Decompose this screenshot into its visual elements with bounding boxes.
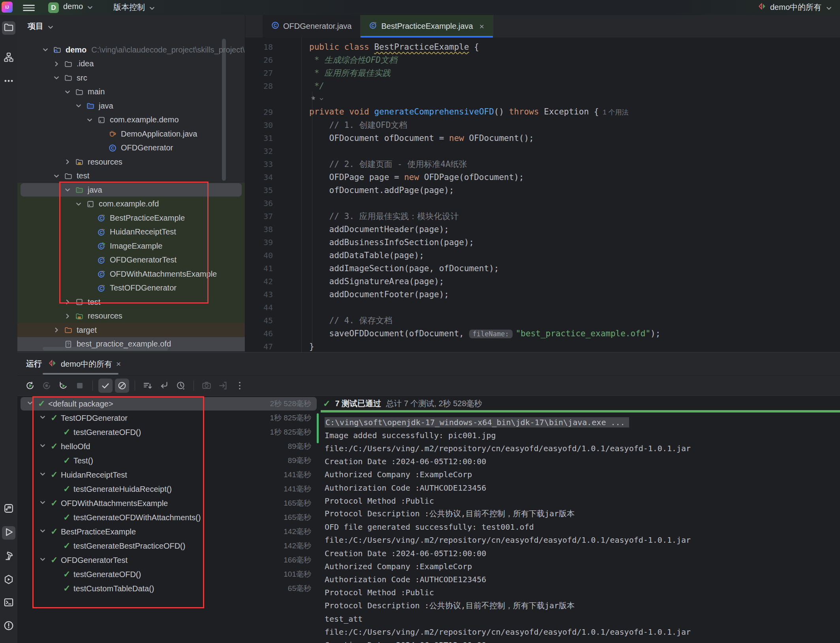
test-result-item-helloOfd[interactable]: ✓helloOfd89毫秒	[17, 439, 320, 454]
run-panel-title[interactable]: 运行	[26, 358, 42, 369]
test-result-item-testGenerateBestPracticeOFD[interactable]: ✓testGenerateBestPracticeOFD()142毫秒	[17, 539, 320, 553]
build-tool-window-button[interactable]	[2, 550, 15, 563]
test-result-item-testGenerateOFD[interactable]: ✓testGenerateOFD()101毫秒	[17, 567, 320, 581]
test-result-item-testGenerateOFDWithAttachments[interactable]: ✓testGenerateOFDWithAttachments()165毫秒	[17, 510, 320, 525]
chevron-down-icon[interactable]	[39, 44, 51, 56]
check-button[interactable]	[98, 379, 113, 393]
chevron-down-icon[interactable]	[73, 198, 85, 210]
editor-tab-BestPracticeExample.java[interactable]: CBestPracticeExample.java×	[361, 15, 493, 37]
chevron-down-icon[interactable]	[39, 499, 47, 508]
main-menu-icon[interactable]	[23, 3, 35, 12]
test-result-item-defaultpackage[interactable]: ✓<default package>2秒 528毫秒	[17, 397, 320, 411]
chevron-right-icon[interactable]	[51, 58, 62, 70]
project-tree-item-main[interactable]: main	[17, 85, 245, 99]
run-tab-demo[interactable]: demo中的所有 ×	[43, 352, 126, 375]
close-icon[interactable]: ×	[479, 22, 484, 31]
scroll-end-button[interactable]	[157, 379, 171, 393]
console-line: Protocol Method :Public	[325, 586, 434, 599]
more-button[interactable]	[233, 379, 247, 393]
test-result-item-OFDWithAttachmentsExample[interactable]: ✓OFDWithAttachmentsExample165毫秒	[17, 496, 320, 510]
project-tree-item-resources[interactable]: resources	[17, 155, 245, 169]
project-tree-item-TestOFDGenerator[interactable]: CTestOFDGenerator	[17, 281, 245, 295]
project-tree-item-com.example.demo[interactable]: com.example.demo	[17, 113, 245, 127]
project-tree-item-test[interactable]: test	[17, 169, 245, 183]
vcs-menu[interactable]: 版本控制	[113, 2, 154, 13]
project-tool-window-button[interactable]	[2, 21, 15, 35]
test-result-item-HuidanReceiptTest[interactable]: ✓HuidanReceiptTest141毫秒	[17, 468, 320, 482]
chevron-down-icon[interactable]	[51, 170, 62, 182]
chevron-down-icon[interactable]	[26, 399, 34, 409]
project-tree-item-HuidanReceiptTest[interactable]: CHuidanReceiptTest	[17, 225, 245, 239]
project-tree-item-OFDGenerator[interactable]: COFDGenerator	[17, 141, 245, 155]
project-tree-item-.idea[interactable]: .idea	[17, 57, 245, 71]
svg-text:C: C	[100, 272, 103, 277]
problems-tool-window-button[interactable]	[2, 620, 15, 633]
left-tool-window-strip	[0, 15, 18, 643]
test-passed-icon: ✓	[63, 583, 70, 594]
rerun-button[interactable]	[23, 379, 37, 393]
project-badge[interactable]: D	[48, 2, 59, 13]
usages-inlay-hint: 1 个用法	[603, 109, 628, 116]
test-result-item-testGenerateHuidaReceipt[interactable]: ✓testGenerateHuidaReceipt()141毫秒	[17, 482, 320, 496]
test-result-item-testGenerateOFD[interactable]: ✓testGenerateOFD()1秒 825毫秒	[17, 425, 320, 439]
chevron-down-icon[interactable]	[62, 86, 73, 98]
editor-tab-OFDGenerator.java[interactable]: COFDGenerator.java	[263, 15, 361, 37]
project-tree-item-java[interactable]: java	[17, 183, 245, 197]
project-tree-item-DemoApplication.java[interactable]: DemoApplication.java	[17, 127, 245, 141]
rerun-failed-button[interactable]	[56, 379, 70, 393]
more-tool-windows-button[interactable]	[2, 75, 15, 88]
chevron-right-icon[interactable]	[62, 296, 73, 308]
project-tree-item-java[interactable]: java	[17, 99, 245, 113]
test-duration: 1秒 825毫秒	[270, 427, 311, 437]
chevron-down-icon[interactable]	[39, 555, 47, 565]
code-editor[interactable]: 18public class BestPracticeExample {26 *…	[245, 37, 840, 352]
chevron-down-icon[interactable]	[39, 442, 47, 452]
test-name: testCustomTableData()	[73, 584, 154, 593]
project-tree-item-resources[interactable]: resources	[17, 309, 245, 323]
project-icon	[51, 44, 63, 56]
project-tree-item-target[interactable]: target	[17, 323, 245, 337]
project-tree-vertical-scrollbar[interactable]	[222, 39, 226, 181]
project-tree-item-OFDGeneratorTest[interactable]: COFDGeneratorTest	[17, 253, 245, 267]
test-result-item-BestPracticeExample[interactable]: ✓BestPracticeExample142毫秒	[17, 525, 320, 539]
code-line-43: 43 addDocumentFooter(page);	[245, 288, 840, 301]
chevron-down-icon[interactable]	[51, 72, 62, 84]
svg-text:C: C	[100, 258, 103, 262]
project-tree-item-ImageExample[interactable]: CImageExample	[17, 239, 245, 253]
run-tool-window-button[interactable]	[2, 526, 15, 540]
project-tree-item-demo[interactable]: demoC:\ving\ai\claudecode_project\skills…	[17, 43, 245, 57]
chevron-right-icon[interactable]	[51, 324, 62, 336]
test-result-item-testCustomTableData[interactable]: ✓testCustomTableData()65毫秒	[17, 581, 320, 596]
chevron-down-icon[interactable]	[39, 470, 47, 480]
project-panel-header[interactable]: 项目	[28, 21, 53, 32]
chevron-down-icon[interactable]	[39, 527, 47, 537]
ban-button[interactable]	[115, 379, 129, 393]
project-tree-item-com.example.ofd[interactable]: com.example.ofd	[17, 197, 245, 211]
terminal-tool-window-button[interactable]	[2, 596, 15, 610]
chevron-right-icon[interactable]	[62, 156, 73, 168]
project-selector[interactable]: demo	[63, 2, 92, 11]
chevron-down-icon[interactable]	[62, 184, 73, 196]
chevron-down-icon[interactable]	[73, 100, 85, 112]
chevron-down-icon[interactable]	[39, 413, 47, 423]
run-configuration-selector[interactable]: demo中的所有	[758, 2, 831, 13]
close-icon[interactable]: ×	[116, 359, 121, 369]
project-tree-item-BestPracticeExample[interactable]: CBestPracticeExample	[17, 211, 245, 225]
run-console[interactable]: C:\ving\soft\openjdk-17_windows-x64_bin\…	[325, 416, 840, 643]
test-duration: 101毫秒	[284, 569, 311, 579]
python-packages-button[interactable]	[2, 502, 15, 516]
project-tree-item-OFDWithAttachmentsExample[interactable]: COFDWithAttachmentsExample	[17, 267, 245, 281]
project-tree-item-test[interactable]: test	[17, 295, 245, 309]
clock-button[interactable]	[174, 379, 188, 393]
test-result-item-Test[interactable]: ✓Test()89毫秒	[17, 454, 320, 468]
chevron-right-icon[interactable]	[62, 310, 73, 322]
structure-tool-window-button[interactable]	[2, 51, 15, 65]
tests-summary-label: 总计 7 个测试, 2秒 528毫秒	[386, 398, 482, 409]
test-result-item-TestOFDGenerator[interactable]: ✓TestOFDGenerator1秒 825毫秒	[17, 411, 320, 425]
services-tool-window-button[interactable]	[2, 574, 15, 587]
sort-button[interactable]	[141, 379, 155, 393]
test-result-item-OFDGeneratorTest[interactable]: ✓OFDGeneratorTest166毫秒	[17, 553, 320, 567]
chevron-down-icon[interactable]	[84, 114, 96, 126]
console-line: Protocol Method :Public	[325, 494, 434, 507]
project-tree-item-src[interactable]: src	[17, 71, 245, 85]
